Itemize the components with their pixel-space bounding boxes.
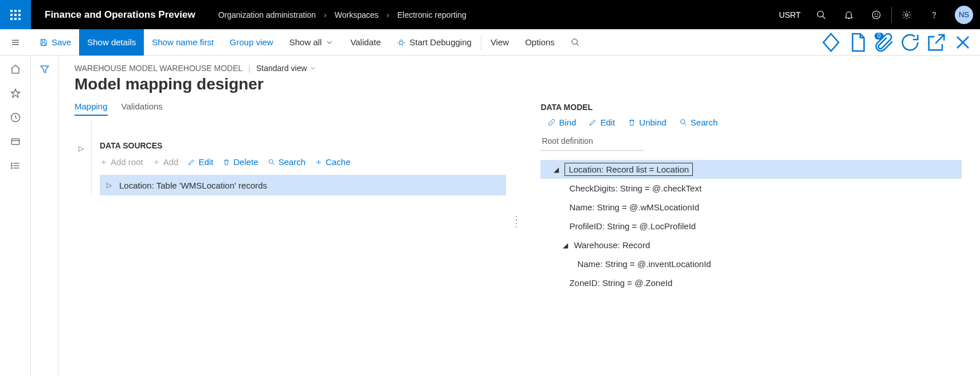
attachments-badge: 0 bbox=[875, 33, 884, 40]
tab-mapping[interactable]: Mapping bbox=[75, 101, 108, 116]
search-label: Search bbox=[691, 117, 718, 127]
waffle-launcher[interactable] bbox=[0, 0, 31, 29]
left-navigation-rail bbox=[0, 56, 31, 376]
tabs: Mapping Validations bbox=[75, 101, 512, 116]
attachments-icon[interactable]: 0 bbox=[872, 29, 895, 56]
dm-row-location[interactable]: ◢ Location: Record list = Location bbox=[540, 160, 962, 179]
bell-icon[interactable] bbox=[835, 0, 863, 29]
data-sources-tools: Add root Add Edit bbox=[100, 157, 506, 167]
breadcrumb-item[interactable]: Electronic reporting bbox=[397, 10, 467, 19]
save-label: Save bbox=[52, 37, 71, 47]
view-label: View bbox=[491, 37, 509, 47]
chevron-right-icon[interactable]: ▷ bbox=[79, 144, 87, 195]
options-label: Options bbox=[525, 37, 555, 47]
data-source-label: Location: Table 'WMSLocation' records bbox=[119, 181, 267, 190]
view-switcher[interactable]: Standard view bbox=[256, 64, 316, 73]
svg-point-11 bbox=[399, 41, 403, 45]
star-icon[interactable] bbox=[10, 88, 21, 99]
refresh-icon[interactable] bbox=[899, 29, 922, 56]
hamburger-icon[interactable] bbox=[0, 29, 31, 56]
svg-point-22 bbox=[11, 163, 12, 164]
svg-rect-10 bbox=[42, 42, 45, 45]
close-icon[interactable] bbox=[951, 29, 974, 56]
list-icon[interactable] bbox=[10, 160, 21, 171]
group-view-button[interactable]: Group view bbox=[222, 29, 281, 56]
data-source-row[interactable]: ▷ Location: Table 'WMSLocation' records bbox=[100, 175, 506, 195]
show-name-first-label: Show name first bbox=[152, 37, 214, 47]
edit-button[interactable]: Edit bbox=[187, 157, 213, 167]
module-icon[interactable] bbox=[10, 136, 21, 147]
breadcrumb-item[interactable]: Organization administration bbox=[218, 10, 316, 19]
bind-label: Bind bbox=[559, 117, 576, 127]
show-all-dropdown[interactable]: Show all bbox=[281, 29, 343, 56]
help-icon[interactable] bbox=[920, 0, 948, 29]
edit-label: Edit bbox=[600, 117, 615, 127]
chevron-right-icon: › bbox=[324, 10, 327, 19]
start-debugging-button[interactable]: Start Debugging bbox=[389, 29, 479, 56]
cache-button[interactable]: Cache bbox=[315, 157, 350, 167]
search-button[interactable]: Search bbox=[268, 157, 306, 167]
svg-rect-17 bbox=[11, 139, 19, 144]
show-all-label: Show all bbox=[289, 37, 322, 47]
smile-icon[interactable] bbox=[863, 0, 890, 29]
dm-row-name[interactable]: Name: String = @.wMSLocationId bbox=[540, 198, 962, 217]
search-icon[interactable] bbox=[807, 0, 835, 29]
view-menu[interactable]: View bbox=[483, 29, 517, 56]
add-button[interactable]: Add bbox=[152, 157, 179, 167]
gear-icon[interactable] bbox=[893, 0, 920, 29]
options-menu[interactable]: Options bbox=[517, 29, 563, 56]
main-content: WAREHOUSE MODEL WAREHOUSE MODEL | Standa… bbox=[58, 56, 980, 376]
context-line: WAREHOUSE MODEL WAREHOUSE MODEL | Standa… bbox=[75, 64, 967, 73]
edit-button[interactable]: Edit bbox=[589, 117, 615, 127]
data-sources-pane: ▷ DATA SOURCES Add root Add bbox=[75, 120, 512, 195]
page-icon[interactable] bbox=[846, 29, 869, 56]
popout-icon[interactable] bbox=[925, 29, 948, 56]
chevron-down-icon[interactable]: ◢ bbox=[552, 166, 560, 174]
app-title: Finance and Operations Preview bbox=[31, 9, 213, 21]
dm-row-checkdigits[interactable]: CheckDigits: String = @.checkText bbox=[540, 179, 962, 198]
chevron-down-icon[interactable]: ◢ bbox=[561, 241, 569, 249]
search-button[interactable]: Search bbox=[679, 117, 718, 127]
top-header: Finance and Operations Preview Organizat… bbox=[0, 0, 980, 29]
add-label: Add bbox=[163, 157, 179, 167]
pane-resize-handle[interactable] bbox=[512, 101, 522, 228]
tab-validations[interactable]: Validations bbox=[121, 101, 163, 116]
save-button[interactable]: Save bbox=[31, 29, 79, 56]
svg-point-29 bbox=[269, 159, 273, 163]
dm-row-label: ProfileID: String = @.LocProfileId bbox=[569, 221, 696, 231]
delete-button[interactable]: Delete bbox=[222, 157, 258, 167]
svg-point-3 bbox=[875, 14, 875, 14]
view-name: Standard view bbox=[256, 64, 307, 73]
show-name-first-button[interactable]: Show name first bbox=[144, 29, 222, 56]
svg-point-4 bbox=[877, 14, 878, 14]
avatar[interactable]: NS bbox=[955, 6, 973, 24]
dm-row-zone[interactable]: ZoneID: String = @.ZoneId bbox=[540, 273, 962, 292]
filter-column[interactable] bbox=[31, 56, 58, 376]
add-root-button[interactable]: Add root bbox=[100, 157, 143, 167]
data-sources-heading: DATA SOURCES bbox=[100, 141, 506, 150]
show-details-label: Show details bbox=[87, 37, 136, 47]
add-root-label: Add root bbox=[111, 157, 143, 167]
chevron-right-icon[interactable]: ▷ bbox=[107, 181, 115, 189]
dm-row-label: Location: Record list = Location bbox=[565, 163, 693, 176]
validate-button[interactable]: Validate bbox=[342, 29, 389, 56]
root-definition-label: Root definition bbox=[540, 136, 962, 146]
dm-row-profile[interactable]: ProfileID: String = @.LocProfileId bbox=[540, 217, 962, 236]
breadcrumb-item[interactable]: Workspaces bbox=[335, 10, 379, 19]
svg-point-24 bbox=[11, 167, 12, 169]
show-details-button[interactable]: Show details bbox=[79, 29, 144, 56]
clock-icon[interactable] bbox=[10, 112, 21, 123]
root-definition-underline bbox=[540, 150, 644, 151]
diamond-icon[interactable] bbox=[820, 29, 842, 56]
dm-row-warehouse[interactable]: ◢ Warehouse: Record bbox=[540, 236, 962, 254]
start-debugging-label: Start Debugging bbox=[409, 37, 471, 47]
command-search-icon[interactable] bbox=[563, 29, 588, 56]
home-icon[interactable] bbox=[10, 64, 21, 75]
divider bbox=[891, 7, 892, 23]
funnel-icon bbox=[39, 64, 50, 75]
bind-button[interactable]: Bind bbox=[547, 117, 576, 127]
unbind-button[interactable]: Unbind bbox=[628, 117, 667, 127]
dm-row-wh-name[interactable]: Name: String = @.inventLocationId bbox=[540, 254, 962, 273]
divider: | bbox=[248, 64, 250, 73]
company-code[interactable]: USRT bbox=[772, 10, 807, 19]
